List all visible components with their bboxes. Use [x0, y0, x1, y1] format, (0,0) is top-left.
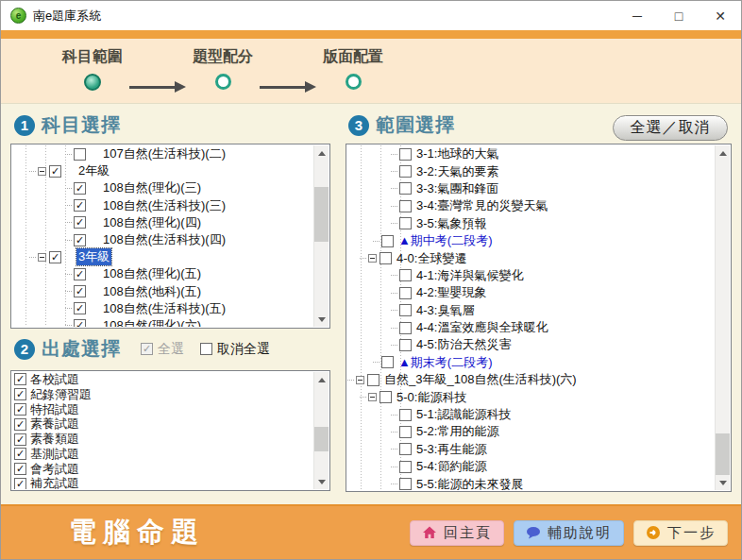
collapse-icon[interactable] — [38, 167, 46, 176]
checkbox[interactable] — [74, 234, 86, 246]
list-item-label[interactable]: 補充試題 — [30, 475, 79, 489]
checkbox[interactable] — [399, 461, 412, 473]
tree-item[interactable]: 108自然(理化)(五) — [12, 265, 312, 282]
scroll-down-icon[interactable] — [314, 312, 329, 327]
tree-item-label[interactable]: 108自然(生活科技)(五) — [101, 300, 228, 317]
tree-item[interactable]: ▲期中考(二段考) — [347, 232, 714, 249]
maximize-icon[interactable]: □ — [658, 1, 700, 30]
checkbox[interactable] — [74, 216, 86, 229]
tree-item-label[interactable]: 3-2:天氣的要素 — [414, 163, 500, 180]
tree-item[interactable]: 4-1:海洋與氣候變化 — [347, 267, 714, 284]
scroll-thumb[interactable] — [314, 187, 329, 242]
tree-item[interactable]: ▲期末考(二段考) — [347, 354, 714, 371]
select-all-checkbox[interactable] — [141, 343, 153, 355]
checkbox[interactable] — [14, 388, 26, 400]
close-icon[interactable]: ✕ — [700, 1, 741, 30]
checkbox[interactable] — [399, 165, 412, 178]
checkbox[interactable] — [367, 374, 379, 386]
checkbox[interactable] — [74, 319, 86, 327]
tree-item[interactable]: 4-2:聖嬰現象 — [347, 284, 714, 301]
tree-item[interactable]: 108自然(理化)(三) — [12, 179, 312, 196]
select-all-control[interactable]: 全選 — [141, 341, 184, 358]
collapse-icon[interactable] — [368, 393, 377, 401]
tree-item-label[interactable]: 108自然(生活科技)(四) — [101, 231, 228, 248]
list-item[interactable]: 紀錄簿習題 — [12, 387, 312, 402]
tree-item[interactable]: 4-0:全球變遷 — [347, 249, 714, 266]
checkbox[interactable] — [14, 418, 26, 431]
checkbox[interactable] — [74, 199, 86, 212]
tree-item-label[interactable]: 108自然(理化)(四) — [101, 214, 203, 231]
checkbox[interactable] — [399, 443, 412, 455]
tree-item-label[interactable]: 108自然(理化)(六) — [101, 317, 203, 327]
checkbox[interactable] — [381, 235, 394, 247]
checkbox[interactable] — [49, 165, 61, 178]
tree-item-label[interactable]: 5-3:再生能源 — [414, 441, 488, 458]
tree-item[interactable]: 2年級 — [12, 162, 312, 179]
tree-item[interactable]: 3年級 — [12, 248, 312, 265]
help-button[interactable]: 輔助說明 — [514, 520, 624, 546]
tree-item[interactable]: 5-2:常用的能源 — [347, 423, 714, 440]
checkbox[interactable] — [399, 200, 412, 212]
checkbox[interactable] — [379, 252, 392, 264]
tree-item-label[interactable]: 4-4:溫室效應與全球暖化 — [414, 319, 549, 336]
tree-item-label[interactable]: 4-2:聖嬰現象 — [414, 284, 488, 301]
checkbox[interactable] — [74, 148, 86, 161]
list-item[interactable]: 補充試題 — [12, 477, 312, 489]
checkbox[interactable] — [399, 322, 412, 334]
tree-item[interactable]: 5-1:認識能源科技 — [347, 406, 714, 423]
tree-item-label[interactable]: 108自然(理化)(五) — [101, 265, 203, 282]
checkbox[interactable] — [399, 287, 412, 299]
list-item[interactable]: 會考試題 — [12, 462, 312, 477]
deselect-all-checkbox[interactable] — [200, 343, 212, 355]
tree-item[interactable]: 108自然(生活科技)(五) — [12, 300, 312, 317]
tree-item-label[interactable]: 2年級 — [76, 162, 111, 179]
list-item[interactable]: 素養試題 — [12, 416, 312, 432]
scrollbar[interactable] — [313, 372, 329, 489]
collapse-icon[interactable] — [38, 253, 46, 262]
tree-item[interactable]: 3-2:天氣的要素 — [347, 162, 714, 179]
tree-item-label[interactable]: 5-2:常用的能源 — [414, 423, 500, 440]
tree-item-label[interactable]: ▲期末考(二段考) — [396, 354, 495, 371]
tree-item[interactable]: 3-1:地球的大氣 — [347, 145, 714, 162]
tree-item[interactable]: 108自然(生活科技)(三) — [12, 197, 312, 214]
tree-item-label[interactable]: 自然_3年級_108自然(生活科技)(六) — [382, 371, 579, 388]
checkbox[interactable] — [14, 433, 26, 446]
minimize-icon[interactable]: ─ — [616, 1, 658, 30]
tree-item[interactable]: 108自然(地科)(五) — [12, 283, 312, 300]
tree-item-label[interactable]: 108自然(理化)(三) — [101, 179, 203, 196]
scroll-thumb[interactable] — [716, 433, 730, 475]
checkbox[interactable] — [74, 268, 86, 280]
collapse-icon[interactable] — [368, 254, 377, 263]
tree-item-label[interactable]: 5-1:認識能源科技 — [414, 406, 513, 423]
tree-item-label[interactable]: 3-4:臺灣常見的災變天氣 — [414, 197, 549, 214]
next-button[interactable]: 下一步 — [633, 520, 728, 546]
tree-item-label[interactable]: 5-4:節約能源 — [414, 458, 488, 475]
tree-item-label[interactable]: 3-5:氣象預報 — [414, 215, 488, 232]
scroll-up-icon[interactable] — [314, 145, 329, 161]
list-item[interactable]: 基測試題 — [12, 447, 312, 462]
list-item[interactable]: 特招試題 — [12, 402, 312, 417]
list-item[interactable]: 素養類題 — [12, 432, 312, 447]
scroll-up-icon[interactable] — [314, 372, 329, 387]
checkbox[interactable] — [14, 478, 26, 489]
tree-item[interactable]: 5-5:能源的未來發展 — [347, 475, 714, 490]
tree-item[interactable]: 5-3:再生能源 — [347, 441, 714, 458]
checkbox[interactable] — [74, 182, 86, 195]
checkbox[interactable] — [399, 339, 412, 351]
select-toggle-button[interactable]: 全選／取消 — [613, 115, 728, 141]
tree-item[interactable]: 3-3:氣團和鋒面 — [347, 180, 714, 197]
deselect-all-control[interactable]: 取消全選 — [200, 341, 270, 358]
tree-item-label[interactable]: 4-3:臭氧層 — [414, 302, 476, 319]
scroll-down-icon[interactable] — [716, 475, 730, 490]
checkbox[interactable] — [14, 463, 26, 475]
checkbox[interactable] — [381, 356, 394, 368]
tree-item[interactable]: 3-5:氣象預報 — [347, 215, 714, 232]
tree-item[interactable]: 3-4:臺灣常見的災變天氣 — [347, 197, 714, 214]
checkbox[interactable] — [399, 304, 412, 316]
checkbox[interactable] — [379, 391, 392, 403]
tree-item[interactable]: 108自然(理化)(六) — [12, 317, 312, 327]
tree-item[interactable]: 108自然(生活科技)(四) — [12, 231, 312, 248]
tree-item[interactable]: 5-4:節約能源 — [347, 458, 714, 475]
checkbox[interactable] — [14, 403, 26, 416]
tree-item[interactable]: 4-5:防治天然災害 — [347, 336, 714, 353]
